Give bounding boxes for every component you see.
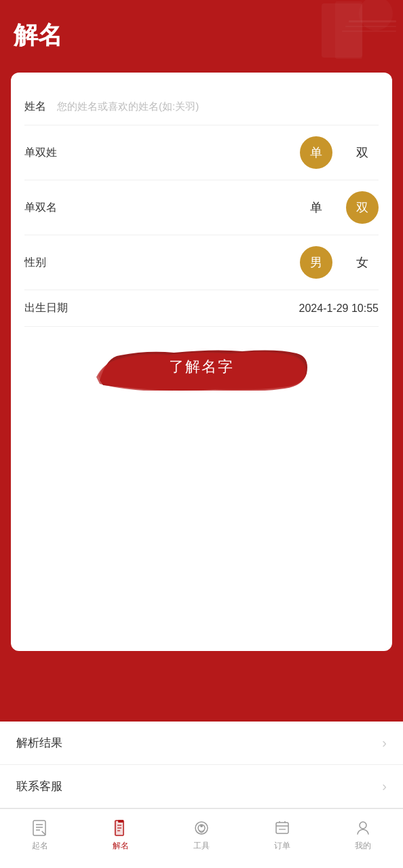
naming-icon xyxy=(31,818,50,837)
nav-naming-label: 起名 xyxy=(32,840,48,852)
surname-type-label: 单双姓 xyxy=(24,146,72,160)
name-label: 姓名 xyxy=(24,100,46,114)
given-name-type-row: 单双名 单 双 xyxy=(24,180,379,235)
menu-analysis-arrow: › xyxy=(382,735,387,751)
given-name-type-toggle: 单 双 xyxy=(300,191,379,224)
svg-point-18 xyxy=(195,822,208,834)
svg-point-24 xyxy=(360,822,366,829)
nav-analysis-label: 解名 xyxy=(113,840,129,852)
menu-support-label: 联系客服 xyxy=(16,778,62,794)
main-content: 姓名 您的姓名或喜欢的姓名(如:关羽) 单双姓 单 双 单双名 单 双 性别 男… xyxy=(0,73,403,722)
submit-label: 了解名字 xyxy=(169,357,234,377)
surname-type-toggle: 单 双 xyxy=(300,136,379,169)
nav-item-naming[interactable]: 起名 xyxy=(0,816,81,854)
nav-item-analysis[interactable]: 解名 xyxy=(81,816,161,854)
menu-analysis-label: 解析结果 xyxy=(16,735,62,751)
surname-double-btn[interactable]: 双 xyxy=(346,136,379,169)
page-title: 解名 xyxy=(14,19,389,52)
mine-icon xyxy=(353,818,372,837)
gender-male-btn[interactable]: 男 xyxy=(300,246,332,279)
name-input[interactable]: 您的姓名或喜欢的姓名(如:关羽) xyxy=(57,100,379,113)
menu-item-analysis[interactable]: 解析结果 › xyxy=(0,722,403,765)
svg-rect-12 xyxy=(118,820,123,823)
tools-icon xyxy=(192,818,211,837)
submit-container: 了解名字 xyxy=(24,343,379,391)
submit-button[interactable]: 了解名字 xyxy=(93,343,310,391)
nav-item-orders[interactable]: 订单 xyxy=(242,816,322,854)
header: 解名 xyxy=(0,0,403,73)
orders-icon xyxy=(273,818,292,837)
given-single-btn[interactable]: 单 xyxy=(300,191,332,224)
nav-item-tools[interactable]: 工具 xyxy=(161,816,242,854)
birthdate-label: 出生日期 xyxy=(24,301,72,315)
menu-support-arrow: › xyxy=(382,778,387,794)
nav-orders-label: 订单 xyxy=(274,840,290,852)
gender-female-btn[interactable]: 女 xyxy=(346,246,379,279)
surname-single-btn[interactable]: 单 xyxy=(300,136,332,169)
birthdate-value: 2024-1-29 10:55 xyxy=(299,302,379,315)
card-spacer xyxy=(24,391,379,635)
analysis-icon xyxy=(111,818,130,837)
svg-point-17 xyxy=(200,825,203,827)
surname-type-row: 单双姓 单 双 xyxy=(24,125,379,180)
form-card: 姓名 您的姓名或喜欢的姓名(如:关羽) 单双姓 单 双 单双名 单 双 性别 男… xyxy=(11,73,392,651)
gender-label: 性别 xyxy=(24,256,72,270)
gender-toggle: 男 女 xyxy=(300,246,379,279)
birthdate-row[interactable]: 出生日期 2024-1-29 10:55 xyxy=(24,290,379,327)
bottom-nav: 起名 解名 工具 xyxy=(0,808,403,868)
given-double-btn[interactable]: 双 xyxy=(346,191,379,224)
bottom-section: 解析结果 › 联系客服 › xyxy=(0,722,403,808)
name-row: 姓名 您的姓名或喜欢的姓名(如:关羽) xyxy=(24,89,379,125)
svg-rect-19 xyxy=(276,823,288,833)
nav-tools-label: 工具 xyxy=(193,840,210,852)
menu-item-support[interactable]: 联系客服 › xyxy=(0,765,403,808)
nav-item-mine[interactable]: 我的 xyxy=(322,816,403,854)
nav-mine-label: 我的 xyxy=(355,840,371,852)
gender-row: 性别 男 女 xyxy=(24,235,379,290)
given-name-type-label: 单双名 xyxy=(24,201,72,215)
